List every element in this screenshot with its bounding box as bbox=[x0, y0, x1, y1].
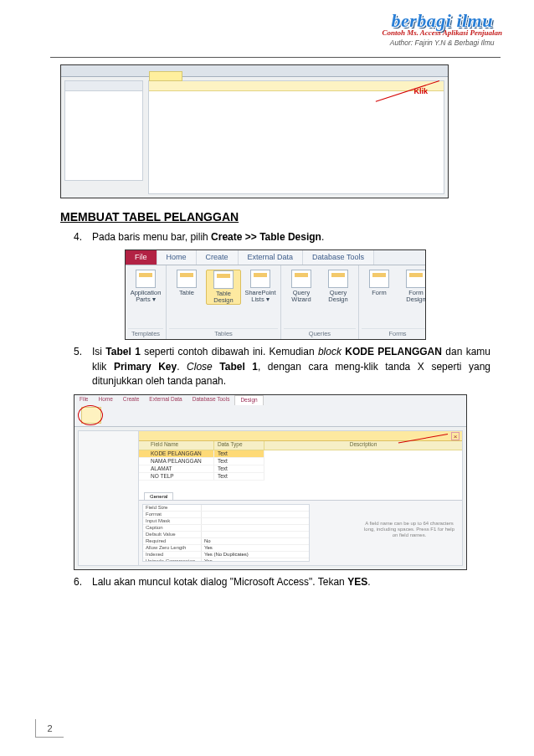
field-name-cell: KODE PELANGGAN bbox=[139, 450, 214, 458]
query-wizard-button[interactable]: Query Wizard bbox=[284, 270, 319, 303]
datasheet-area bbox=[148, 80, 444, 194]
navigation-pane bbox=[79, 431, 139, 565]
form-icon bbox=[369, 270, 389, 288]
ribbon-tab-create[interactable]: Create bbox=[197, 250, 239, 265]
step-5: 5. Isi Tabel 1 seperti contoh dibawah in… bbox=[74, 345, 490, 388]
group-label-templates: Templates bbox=[128, 328, 163, 339]
field-name-cell: NAMA PELANGGAN bbox=[139, 458, 214, 465]
prop-key: Input Mask bbox=[143, 518, 202, 524]
step-number: 4. bbox=[74, 230, 92, 244]
tab-design[interactable]: Design bbox=[234, 395, 263, 405]
step-number: 6. bbox=[74, 575, 92, 589]
step-number: 5. bbox=[74, 345, 92, 388]
tab-external[interactable]: External Data bbox=[144, 395, 187, 405]
table-design-button[interactable]: Table Design bbox=[206, 270, 241, 305]
s5-italic2: Close bbox=[187, 361, 213, 373]
sharepoint-lists-button[interactable]: SharePoint Lists ▾ bbox=[243, 270, 278, 303]
properties-tab-general[interactable]: General bbox=[144, 492, 173, 500]
group-label-tables: Tables bbox=[169, 328, 278, 339]
ribbon-tab-strip: File Home Create External Data Database … bbox=[126, 250, 425, 265]
col-field-name: Field Name bbox=[139, 441, 214, 450]
properties-hint: A field name can be up to 64 characters … bbox=[363, 521, 455, 539]
query-design-label: Query Design bbox=[328, 290, 347, 303]
s5-frag: . bbox=[177, 361, 187, 373]
tab-home[interactable]: Home bbox=[93, 395, 117, 405]
table-button[interactable]: Table bbox=[169, 270, 204, 296]
data-type-cell: Text bbox=[214, 458, 264, 465]
prop-row[interactable]: Default Value bbox=[143, 532, 309, 538]
prop-key: Required bbox=[143, 538, 202, 544]
prop-val bbox=[202, 505, 204, 511]
ribbon-tab-external-data[interactable]: External Data bbox=[239, 250, 304, 265]
step-4-text-b: . bbox=[321, 231, 324, 243]
ribbon-group-forms: Form Form Design Forms bbox=[359, 265, 426, 339]
s5-bold3: Primary Key bbox=[114, 361, 177, 373]
ribbon-group-tables: Table Table Design SharePoint Lists ▾ Ta… bbox=[167, 265, 281, 339]
step-4-text-a: Pada baris menu bar, pilih bbox=[92, 231, 211, 243]
prop-row[interactable]: Input Mask bbox=[143, 518, 309, 525]
prop-val: Yes bbox=[202, 545, 213, 551]
prop-key: Unicode Compression bbox=[143, 558, 202, 562]
ribbon-group-templates: Application Parts ▾ Templates bbox=[126, 265, 167, 339]
prop-val bbox=[202, 512, 204, 517]
field-row[interactable]: NO TELPText bbox=[139, 473, 462, 481]
field-name-cell: ALAMAT bbox=[139, 465, 214, 473]
sharepoint-lists-label: SharePoint Lists ▾ bbox=[244, 290, 275, 303]
prop-row[interactable]: Allow Zero LengthYes bbox=[143, 545, 309, 552]
field-row[interactable]: KODE PELANGGANText bbox=[139, 450, 462, 458]
application-parts-button[interactable]: Application Parts ▾ bbox=[128, 270, 163, 303]
field-row[interactable]: NAMA PELANGGANText bbox=[139, 458, 462, 465]
s5-bold4: Tabel 1 bbox=[219, 361, 258, 373]
data-type-cell: Text bbox=[214, 465, 264, 473]
query-wizard-label: Query Wizard bbox=[291, 290, 311, 303]
form-design-button[interactable]: Form Design bbox=[398, 270, 426, 303]
header-rule bbox=[50, 57, 501, 58]
s5-frag: seperti contoh dibawah ini. Kemudian bbox=[141, 346, 318, 357]
prop-val: Yes bbox=[202, 558, 213, 562]
annotation-circle-primary-key bbox=[78, 405, 103, 425]
s6-bold: YES bbox=[347, 576, 367, 588]
screenshot-access-new-table: Klik bbox=[60, 64, 449, 198]
ribbon-tab-database-tools[interactable]: Database Tools bbox=[303, 250, 374, 265]
table-design-icon bbox=[213, 270, 234, 289]
screenshot-table-design-view: File Home Create External Data Database … bbox=[74, 394, 467, 570]
field-grid: Field Name Data Type Description KODE PE… bbox=[139, 441, 462, 501]
window-titlebar bbox=[61, 65, 448, 77]
prop-row[interactable]: Unicode CompressionYes bbox=[143, 558, 309, 562]
datasheet-header-row bbox=[149, 81, 444, 91]
field-row[interactable]: ALAMATText bbox=[139, 465, 462, 473]
s5-bold2: KODE PELANGGAN bbox=[345, 346, 442, 357]
navigation-pane bbox=[64, 80, 143, 181]
prop-val bbox=[202, 518, 204, 524]
data-type-cell: Text bbox=[214, 473, 264, 481]
query-design-icon bbox=[328, 270, 348, 288]
step-4-bold: Create >> Table Design bbox=[211, 231, 321, 243]
prop-row[interactable]: RequiredNo bbox=[143, 538, 309, 545]
prop-row[interactable]: Field Size bbox=[143, 505, 309, 512]
page-content: Klik MEMBUAT TABEL PELANGGAN 4. Pada bar… bbox=[50, 64, 501, 589]
prop-row[interactable]: Caption bbox=[143, 525, 309, 532]
close-tab-button[interactable]: × bbox=[451, 432, 460, 440]
ribbon-tab-file[interactable]: File bbox=[126, 250, 157, 265]
field-properties-panel: General Field Size Format Input Mask Cap… bbox=[139, 500, 462, 565]
design-tab-strip: File Home Create External Data Database … bbox=[74, 395, 466, 405]
design-body: Field Name Data Type Description KODE PE… bbox=[78, 430, 463, 566]
field-name-cell: NO TELP bbox=[139, 473, 214, 481]
prop-row[interactable]: Format bbox=[143, 512, 309, 518]
screenshot-create-ribbon: File Home Create External Data Database … bbox=[125, 249, 426, 340]
logo-title: berbagi ilmu bbox=[382, 12, 502, 30]
query-design-button[interactable]: Query Design bbox=[321, 270, 356, 303]
group-label-queries: Queries bbox=[284, 328, 356, 339]
grid-header: Field Name Data Type Description bbox=[139, 441, 462, 450]
tab-create[interactable]: Create bbox=[118, 395, 145, 405]
tab-file[interactable]: File bbox=[74, 395, 93, 405]
col-description: Description bbox=[264, 441, 462, 450]
prop-row[interactable]: IndexedYes (No Duplicates) bbox=[143, 552, 309, 558]
s6-frag: . bbox=[367, 576, 370, 588]
form-label: Form bbox=[372, 290, 387, 296]
table-design-label: Table Design bbox=[213, 291, 233, 304]
ribbon-tab-home[interactable]: Home bbox=[157, 250, 197, 265]
application-parts-icon bbox=[136, 270, 156, 288]
form-button[interactable]: Form bbox=[362, 270, 397, 296]
tab-dbtools[interactable]: Database Tools bbox=[187, 395, 235, 405]
